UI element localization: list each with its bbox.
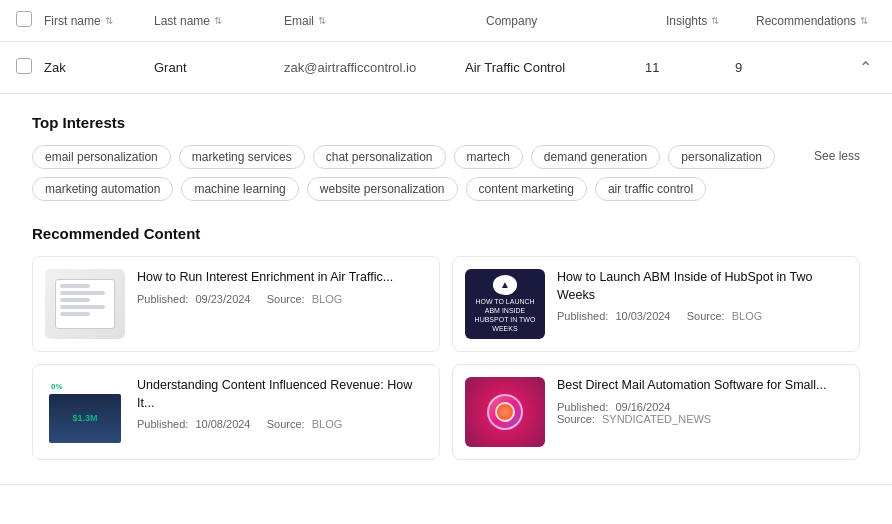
content-card-1[interactable]: How to Run Interest Enrichment in Air Tr… bbox=[32, 256, 440, 352]
interest-tag: website personalization bbox=[307, 177, 458, 201]
see-less-button[interactable]: See less bbox=[814, 145, 860, 167]
thumb-4-inner bbox=[495, 402, 515, 422]
tags-container: email personalizationmarketing servicesc… bbox=[32, 145, 806, 201]
thumb-2-icon: ▲ bbox=[493, 275, 517, 295]
source-label-4: Source: bbox=[557, 413, 595, 425]
content-info-3: Understanding Content Influenced Revenue… bbox=[137, 377, 427, 430]
header-last-name-label: Last name bbox=[154, 14, 210, 28]
content-info-1: How to Run Interest Enrichment in Air Tr… bbox=[137, 269, 427, 305]
content-card-2[interactable]: ▲ HOW TO LAUNCH ABM INSIDE HUBSPOT IN TW… bbox=[452, 256, 860, 352]
table-row: Zak Grant zak@airtrafficcontrol.io Air T… bbox=[0, 42, 892, 94]
cell-last-name: Grant bbox=[154, 60, 284, 75]
sort-icon-first-name: ⇅ bbox=[105, 15, 113, 26]
interest-tag: chat personalization bbox=[313, 145, 446, 169]
header-last-name[interactable]: Last name ⇅ bbox=[154, 14, 284, 28]
interest-tag: personalization bbox=[668, 145, 775, 169]
content-title-1: How to Run Interest Enrichment in Air Tr… bbox=[137, 269, 427, 287]
recommended-content-title: Recommended Content bbox=[32, 225, 860, 242]
header-recommendations[interactable]: Recommendations ⇅ bbox=[756, 14, 876, 28]
select-all-checkbox[interactable] bbox=[16, 11, 32, 27]
content-title-3: Understanding Content Influenced Revenue… bbox=[137, 377, 427, 412]
header-first-name-label: First name bbox=[44, 14, 101, 28]
cell-first-name: Zak bbox=[44, 60, 154, 75]
content-meta-4: Published: 09/16/2024 Source: SYNDICATED… bbox=[557, 401, 847, 425]
recommended-content-section: Recommended Content How to Run Interest … bbox=[32, 225, 860, 460]
interest-tag: air traffic control bbox=[595, 177, 706, 201]
published-label-2: Published: bbox=[557, 310, 608, 322]
thumb-4-circle bbox=[487, 394, 523, 430]
content-info-4: Best Direct Mail Automation Software for… bbox=[557, 377, 847, 425]
top-interests-section: Top Interests email personalizationmarke… bbox=[32, 114, 860, 201]
content-thumb-2: ▲ HOW TO LAUNCH ABM INSIDE HUBSPOT IN TW… bbox=[465, 269, 545, 339]
header-insights[interactable]: Insights ⇅ bbox=[666, 14, 756, 28]
source-label-1: Source: bbox=[267, 293, 305, 305]
header-email[interactable]: Email ⇅ bbox=[284, 14, 486, 28]
content-thumb-3: 0% $1.3M bbox=[45, 377, 125, 447]
content-meta-3: Published: 10/08/2024 Source: BLOG bbox=[137, 418, 427, 430]
interest-tag: content marketing bbox=[466, 177, 587, 201]
interest-tag: martech bbox=[454, 145, 523, 169]
header-company-label: Company bbox=[486, 14, 537, 28]
sort-icon-recommendations: ⇅ bbox=[860, 15, 868, 26]
published-label-3: Published: bbox=[137, 418, 188, 430]
sort-icon-last-name: ⇅ bbox=[214, 15, 222, 26]
sort-icon-email: ⇅ bbox=[318, 15, 326, 26]
source-value-1: BLOG bbox=[312, 293, 343, 305]
content-grid: How to Run Interest Enrichment in Air Tr… bbox=[32, 256, 860, 460]
header-company: Company bbox=[486, 14, 666, 28]
published-date-1: 09/23/2024 bbox=[195, 293, 250, 305]
sort-icon-insights: ⇅ bbox=[711, 15, 719, 26]
published-label-4: Published: bbox=[557, 401, 608, 413]
content-card-4[interactable]: Best Direct Mail Automation Software for… bbox=[452, 364, 860, 460]
source-label-2: Source: bbox=[687, 310, 725, 322]
top-interests-row: email personalizationmarketing servicesc… bbox=[32, 145, 860, 201]
collapse-row-button[interactable]: ⌃ bbox=[855, 54, 876, 81]
top-interests-title: Top Interests bbox=[32, 114, 860, 131]
interest-tag: demand generation bbox=[531, 145, 660, 169]
source-value-3: BLOG bbox=[312, 418, 343, 430]
published-date-2: 10/03/2024 bbox=[615, 310, 670, 322]
published-label-1: Published: bbox=[137, 293, 188, 305]
content-thumb-4 bbox=[465, 377, 545, 447]
interest-tag: email personalization bbox=[32, 145, 171, 169]
source-value-2: BLOG bbox=[732, 310, 763, 322]
interest-tag: marketing automation bbox=[32, 177, 173, 201]
cell-company: Air Traffic Control bbox=[465, 60, 645, 75]
interest-tag: marketing services bbox=[179, 145, 305, 169]
cell-insights: 11 bbox=[645, 60, 735, 75]
header-recommendations-label: Recommendations bbox=[756, 14, 856, 28]
expanded-panel: Top Interests email personalizationmarke… bbox=[0, 94, 892, 485]
source-label-3: Source: bbox=[267, 418, 305, 430]
content-meta-2: Published: 10/03/2024 Source: BLOG bbox=[557, 310, 847, 322]
published-date-4: 09/16/2024 bbox=[615, 401, 670, 413]
table-header: First name ⇅ Last name ⇅ Email ⇅ Company… bbox=[0, 0, 892, 42]
header-email-label: Email bbox=[284, 14, 314, 28]
cell-recommendations: 9 bbox=[735, 60, 855, 75]
thumb-2-text: HOW TO LAUNCH ABM INSIDE HUBSPOT IN TWO … bbox=[471, 297, 539, 333]
select-all-checkbox-container[interactable] bbox=[16, 11, 44, 30]
header-insights-label: Insights bbox=[666, 14, 707, 28]
content-thumb-1 bbox=[45, 269, 125, 339]
content-card-3[interactable]: 0% $1.3M Understanding Content Influence… bbox=[32, 364, 440, 460]
row-checkbox[interactable] bbox=[16, 58, 32, 74]
source-value-4: SYNDICATED_NEWS bbox=[602, 413, 711, 425]
published-date-3: 10/08/2024 bbox=[195, 418, 250, 430]
content-title-2: How to Launch ABM Inside of HubSpot in T… bbox=[557, 269, 847, 304]
row-checkbox-container[interactable] bbox=[16, 58, 44, 77]
interest-tag: machine learning bbox=[181, 177, 298, 201]
cell-email: zak@airtrafficcontrol.io bbox=[284, 60, 465, 75]
header-first-name[interactable]: First name ⇅ bbox=[44, 14, 154, 28]
content-info-2: How to Launch ABM Inside of HubSpot in T… bbox=[557, 269, 847, 322]
content-title-4: Best Direct Mail Automation Software for… bbox=[557, 377, 847, 395]
content-meta-1: Published: 09/23/2024 Source: BLOG bbox=[137, 293, 427, 305]
